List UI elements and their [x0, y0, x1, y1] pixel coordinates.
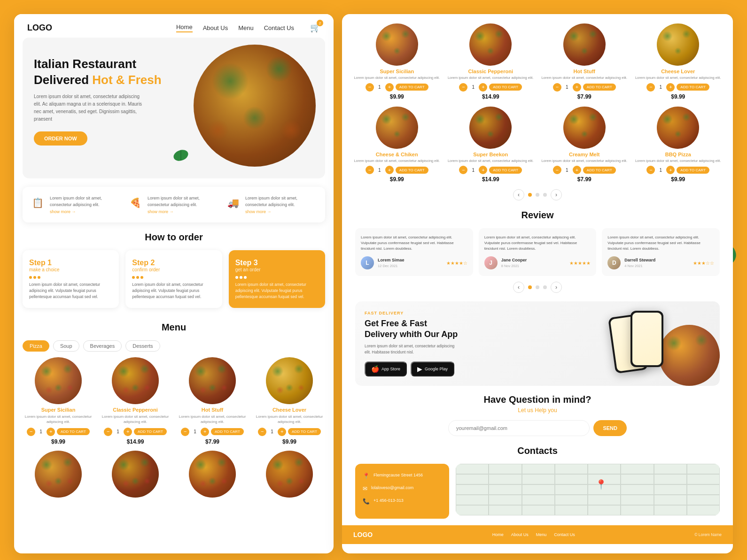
- question-title: Have Question in mind?: [355, 394, 720, 405]
- r-qty-plus-4[interactable]: +: [666, 83, 675, 92]
- email-input[interactable]: [448, 420, 590, 436]
- review-pag-prev[interactable]: ‹: [513, 282, 524, 293]
- review-title: Review: [353, 210, 722, 221]
- pizza-grid-row1: Super Sicilian Lorem ipsum dolor sit ame…: [353, 23, 722, 100]
- pizza-img-6: [112, 451, 159, 498]
- pizza-img-5: [35, 451, 82, 498]
- nav-link-contact[interactable]: Contact Us: [264, 24, 294, 31]
- step-3-number: Step 3: [235, 259, 319, 267]
- qty-plus-3[interactable]: +: [201, 428, 209, 436]
- footer-link-menu[interactable]: Menu: [536, 532, 547, 537]
- r-add-to-cart-5[interactable]: ADD TO CART: [396, 167, 428, 174]
- google-play-button[interactable]: ▶ Google Play: [411, 361, 454, 376]
- r-qty-minus-8[interactable]: −: [646, 166, 655, 174]
- review-stars-3: ★★★☆☆: [693, 260, 714, 267]
- feature-menu: 📋 Lorem ipsum dolor sit amet, consectetu…: [30, 195, 122, 214]
- r-add-to-cart-4[interactable]: ADD TO CART: [677, 84, 709, 91]
- review-card-2: Lorem ipsum dolor sit amet, consectetur …: [479, 228, 597, 276]
- review-pag-dot-1[interactable]: [528, 285, 532, 289]
- review-card-1: Lorem ipsum dolor sit amet, consectetur …: [355, 228, 473, 276]
- qty-minus-4[interactable]: −: [258, 428, 266, 436]
- r-qty-plus-6[interactable]: +: [479, 166, 487, 174]
- add-to-cart-4[interactable]: ADD TO CART: [288, 428, 321, 435]
- contacts-grid: 📍 Flemingcause Street 1456 ✉ lolaloveso@…: [355, 464, 720, 519]
- pag-dot-2[interactable]: [536, 193, 539, 197]
- r-qty-plus-7[interactable]: +: [573, 166, 581, 174]
- nav-link-about[interactable]: About Us: [203, 24, 228, 31]
- nav-link-home[interactable]: Home: [176, 23, 193, 32]
- r-qty-minus-7[interactable]: −: [553, 166, 561, 174]
- qty-plus-1[interactable]: +: [47, 428, 55, 436]
- r-pizza-2: Classic Pepperoni Lorem ipsum dolor sit …: [447, 23, 535, 100]
- tab-soup[interactable]: Soup: [53, 340, 79, 352]
- pag-prev-btn[interactable]: ‹: [513, 189, 524, 200]
- review-pag-next[interactable]: ›: [551, 282, 562, 293]
- menu-item-8: [254, 451, 325, 500]
- app-download-section: FAST DELIVERY Get Free & FastDelivery wh…: [355, 301, 720, 386]
- review-pag-dot-2[interactable]: [536, 285, 539, 289]
- review-pagination: ‹ ›: [353, 282, 722, 293]
- left-panel: LOGO Home About Us Menu Contact Us 🛒 2 I…: [14, 14, 334, 553]
- add-to-cart-1[interactable]: ADD TO CART: [57, 428, 90, 435]
- tab-pizza[interactable]: Pizza: [23, 340, 49, 352]
- r-pizza-4: Cheese Lover Lorem ipsum dolor sit amet,…: [635, 23, 722, 100]
- menu-item-3: Hot Stuff Lorem ipsum dolor sit amet, co…: [177, 357, 248, 445]
- qty-minus-3[interactable]: −: [181, 428, 189, 436]
- feature-show-more-3[interactable]: show more →: [245, 209, 318, 214]
- order-now-button[interactable]: ORDER NOW: [34, 131, 87, 146]
- r-qty-minus-3[interactable]: −: [553, 83, 561, 92]
- r-add-to-cart-8[interactable]: ADD TO CART: [677, 167, 709, 174]
- feature-show-more-1[interactable]: show more →: [50, 209, 122, 214]
- footer-link-contact[interactable]: Contact Us: [554, 532, 575, 537]
- cart-button[interactable]: 🛒 2: [310, 23, 320, 33]
- add-to-cart-3[interactable]: ADD TO CART: [211, 428, 244, 435]
- qty-minus-2[interactable]: −: [104, 428, 112, 436]
- nav-link-menu[interactable]: Menu: [238, 24, 254, 31]
- pag-next-btn[interactable]: ›: [551, 189, 562, 200]
- pag-dot-1[interactable]: [528, 193, 532, 197]
- r-qty-plus-8[interactable]: +: [666, 166, 675, 174]
- r-qty-plus-2[interactable]: +: [479, 83, 487, 92]
- r-qty-minus-4[interactable]: −: [646, 83, 655, 92]
- r-qty-plus-5[interactable]: +: [385, 166, 394, 174]
- r-add-to-cart-3[interactable]: ADD TO CART: [583, 84, 616, 91]
- pag-dot-3[interactable]: [543, 193, 547, 197]
- review-pag-dot-3[interactable]: [543, 285, 547, 289]
- r-qty-minus-6[interactable]: −: [459, 166, 467, 174]
- footer-link-about[interactable]: About Us: [511, 532, 529, 537]
- menu-grid: Super Sicilian Lorem ipsum dolor sit ame…: [14, 357, 334, 445]
- review-stars-1: ★★★★☆: [446, 260, 467, 267]
- r-add-to-cart-7[interactable]: ADD TO CART: [583, 167, 616, 174]
- navbar: LOGO Home About Us Menu Contact Us 🛒 2: [14, 14, 334, 38]
- review-card-3: Lorem ipsum dolor sit amet, consectetur …: [602, 228, 720, 276]
- add-to-cart-2[interactable]: ADD TO CART: [134, 428, 167, 435]
- phone-mockups: [607, 306, 682, 372]
- footer-logo: LOGO: [353, 531, 373, 538]
- email-icon: ✉: [363, 485, 367, 492]
- r-add-to-cart-6[interactable]: ADD TO CART: [489, 167, 522, 174]
- tab-desserts[interactable]: Desserts: [125, 340, 160, 352]
- review-text-1: Lorem ipsum dolor sit amet, consectetur …: [361, 235, 467, 252]
- app-store-label: App Store: [381, 367, 400, 371]
- question-subtitle: Let us Help you: [355, 407, 720, 414]
- footer-link-home[interactable]: Home: [492, 532, 504, 537]
- qty-plus-2[interactable]: +: [124, 428, 132, 436]
- step-1-number: Step 1: [29, 259, 112, 267]
- send-button[interactable]: SEND: [593, 420, 627, 436]
- r-add-to-cart-1[interactable]: ADD TO CART: [396, 84, 428, 91]
- r-add-to-cart-2[interactable]: ADD TO CART: [489, 84, 522, 91]
- review-text-3: Lorem ipsum dolor sit amet, consectetur …: [607, 235, 714, 252]
- r-qty-minus-2[interactable]: −: [459, 83, 467, 92]
- r-qty-minus-1[interactable]: −: [366, 83, 374, 92]
- food-icon: 🍕: [128, 195, 143, 210]
- pizza-pagination: ‹ ›: [353, 189, 722, 200]
- tab-beverages[interactable]: Beverages: [83, 340, 122, 352]
- feature-show-more-2[interactable]: show more →: [148, 209, 220, 214]
- menu-item-7: [177, 451, 248, 500]
- r-qty-plus-3[interactable]: +: [573, 83, 581, 92]
- app-store-button[interactable]: 🍎 App Store: [365, 361, 407, 376]
- qty-minus-1[interactable]: −: [27, 428, 35, 436]
- r-qty-minus-5[interactable]: −: [366, 166, 374, 174]
- qty-plus-4[interactable]: +: [278, 428, 286, 436]
- r-qty-plus-1[interactable]: +: [385, 83, 394, 92]
